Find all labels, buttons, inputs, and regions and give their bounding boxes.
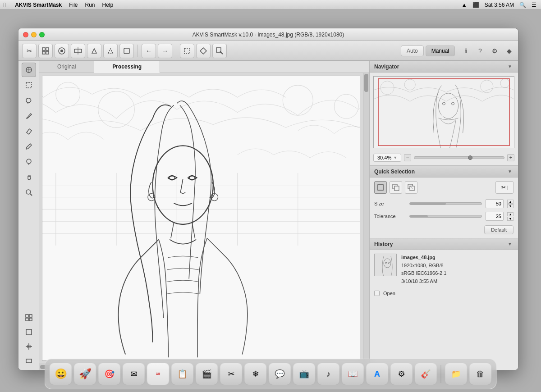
menu-file[interactable]: File (69, 2, 78, 8)
qs-tool-new[interactable] (374, 181, 387, 194)
size-label: Size (374, 201, 406, 206)
dock-launchpad[interactable]: 🚀 (74, 363, 96, 385)
menu-run[interactable]: Run (85, 2, 95, 8)
menu-help[interactable]: Help (102, 2, 114, 8)
dock-messages[interactable]: 💬 (269, 363, 291, 385)
tolerance-slider[interactable] (409, 215, 482, 218)
dock-music[interactable]: ♪ (317, 363, 340, 385)
help-icon[interactable]: ? (475, 46, 486, 56)
toolbar-btn-1[interactable] (38, 44, 53, 58)
toolbar-btn-2[interactable] (55, 44, 69, 58)
toolbar-transform[interactable] (196, 44, 211, 58)
tool-box2[interactable] (22, 354, 36, 368)
zoom-slider[interactable] (414, 156, 504, 159)
zoom-slider-thumb[interactable] (468, 155, 472, 160)
tool-crosshair[interactable] (22, 339, 36, 354)
svg-rect-2 (42, 51, 45, 54)
dock-system-prefs[interactable]: ⚙ (390, 363, 413, 385)
dock-scissors[interactable]: ✂ (220, 363, 243, 385)
toolbar-forward[interactable]: → (158, 44, 172, 58)
diamond-icon[interactable]: ◆ (504, 46, 514, 56)
size-down-btn[interactable]: ▼ (507, 204, 513, 208)
tool-eraser[interactable] (22, 124, 36, 138)
quick-selection-collapse-btn[interactable]: ▼ (506, 168, 513, 175)
menubar-wifi-icon: ▲ (462, 2, 467, 8)
dock-facetime[interactable]: 📺 (293, 363, 316, 385)
toolbar-select2[interactable] (212, 44, 227, 58)
menubar-spotlight-icon[interactable]: 🔍 (519, 2, 526, 8)
size-value[interactable]: 50 (486, 199, 504, 208)
svg-rect-1 (46, 48, 49, 50)
zoom-dropdown-icon[interactable]: ▼ (393, 155, 397, 160)
tool-zoom[interactable] (22, 185, 36, 200)
dock-freeze[interactable]: ❄ (244, 363, 267, 385)
apple-menu-icon[interactable]:  (4, 1, 6, 9)
tool-select[interactable] (22, 63, 36, 77)
close-button[interactable] (23, 32, 28, 37)
tolerance-spinners: ▲ ▼ (507, 212, 513, 221)
tool-rect-select[interactable] (22, 78, 36, 92)
tool-rect-box[interactable] (22, 325, 36, 339)
menu-app-name[interactable]: AKVIS SmartMask (15, 2, 62, 8)
tab-processing[interactable]: Processing (94, 61, 160, 73)
dock-calendar[interactable]: 10 (147, 363, 170, 385)
history-item[interactable]: images_48.jpg 1920x1080, RGB/8 sRGB IEC6… (370, 250, 518, 289)
toolbar-select1[interactable] (180, 44, 194, 58)
toolbar-scissors[interactable]: ✂ (22, 44, 37, 58)
dock-finder[interactable]: 😀 (50, 363, 72, 385)
qs-tool-subtract[interactable] (405, 181, 417, 194)
default-button[interactable]: Default (484, 225, 513, 234)
size-slider[interactable] (409, 202, 482, 205)
minimize-button[interactable] (31, 32, 37, 37)
tool-pencil[interactable] (22, 139, 36, 154)
toolbar-btn-5[interactable] (103, 44, 118, 58)
info-icon[interactable]: ℹ (460, 46, 471, 56)
tool-lasso2[interactable] (22, 155, 36, 169)
size-up-btn[interactable]: ▲ (507, 200, 513, 204)
tool-grid-view[interactable] (22, 310, 36, 325)
menubar-list-icon[interactable]: ☰ (532, 2, 536, 8)
dock-notes[interactable]: 📋 (171, 363, 194, 385)
dock-downloads[interactable]: 📁 (445, 363, 468, 385)
qs-scissors-btn[interactable]: ✂ | (495, 181, 513, 194)
zoom-plus-btn[interactable]: + (507, 154, 514, 161)
dock-mission-control[interactable]: 🎯 (98, 363, 121, 385)
dock-books[interactable]: 📖 (342, 363, 364, 385)
tool-lasso[interactable] (22, 93, 36, 108)
navigator-collapse-btn[interactable]: ▼ (506, 63, 513, 70)
maximize-button[interactable] (39, 32, 45, 37)
dock-movies[interactable]: 🎬 (196, 363, 218, 385)
history-colorprofile: sRGB IEC61966-2.1 (401, 269, 446, 278)
toolbar-btn-6[interactable] (119, 44, 134, 58)
menubar-display-icon: ⬛ (472, 2, 479, 8)
app-window: AKVIS SmartMask v.10.0 - images_48.jpg (… (18, 28, 518, 370)
tool-brush[interactable] (22, 109, 36, 123)
toolbar-btn-3[interactable] (71, 44, 85, 58)
settings-icon[interactable]: ⚙ (489, 46, 500, 56)
canvas-area[interactable] (39, 73, 369, 370)
dock-guitar[interactable]: 🎸 (415, 363, 437, 385)
toolbar-back[interactable]: ← (142, 44, 156, 58)
svg-rect-31 (42, 76, 360, 360)
dock-trash[interactable]: 🗑 (469, 363, 492, 385)
tolerance-up-btn[interactable]: ▲ (507, 212, 513, 216)
desktop: AKVIS SmartMask v.10.0 - images_48.jpg (… (0, 10, 541, 392)
dock-appstore[interactable]: A (366, 363, 389, 385)
center-panel: Original Processing (39, 61, 369, 370)
mode-manual-btn[interactable]: Manual (426, 46, 455, 56)
qs-tool-add[interactable] (390, 181, 402, 194)
tolerance-down-btn[interactable]: ▼ (507, 217, 513, 221)
tolerance-value[interactable]: 25 (486, 212, 504, 221)
tool-hand[interactable] (22, 170, 36, 184)
mode-auto-btn[interactable]: Auto (401, 46, 424, 56)
tab-original[interactable]: Original (39, 61, 94, 73)
zoom-minus-btn[interactable]: − (404, 154, 411, 161)
scrollbar-thumb-v[interactable] (364, 74, 368, 92)
history-open-checkbox[interactable] (374, 291, 380, 296)
svg-line-21 (30, 194, 32, 196)
toolbar-btn-4[interactable] (87, 44, 101, 58)
history-collapse-btn[interactable]: ▼ (506, 241, 513, 248)
scrollbar-vertical[interactable] (363, 73, 369, 364)
qs-scissors-divider: | (507, 185, 508, 190)
dock-mail[interactable]: ✉ (123, 363, 145, 385)
